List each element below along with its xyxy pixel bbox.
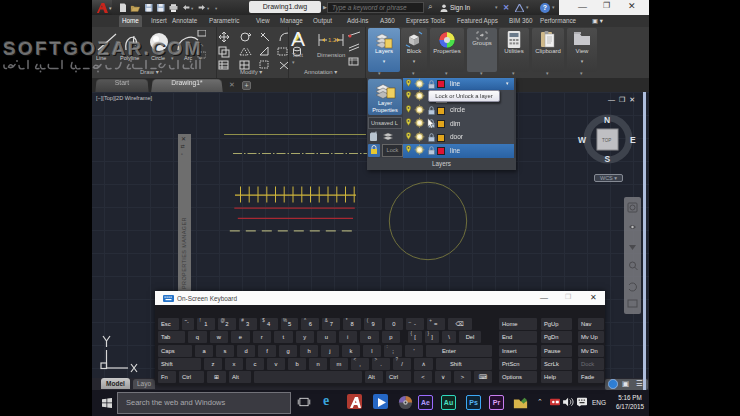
svg-text:1.2: 1.2 — [328, 37, 337, 43]
svg-text:TOP: TOP — [602, 138, 611, 143]
svg-text:▾: ▾ — [207, 6, 210, 11]
svg-text:W: W — [578, 135, 587, 145]
svg-text:▾: ▾ — [215, 6, 218, 11]
svg-text:E: E — [630, 135, 636, 145]
svg-text:S: S — [605, 154, 611, 164]
svg-text:N: N — [604, 115, 610, 125]
svg-text:▾: ▾ — [191, 6, 194, 11]
